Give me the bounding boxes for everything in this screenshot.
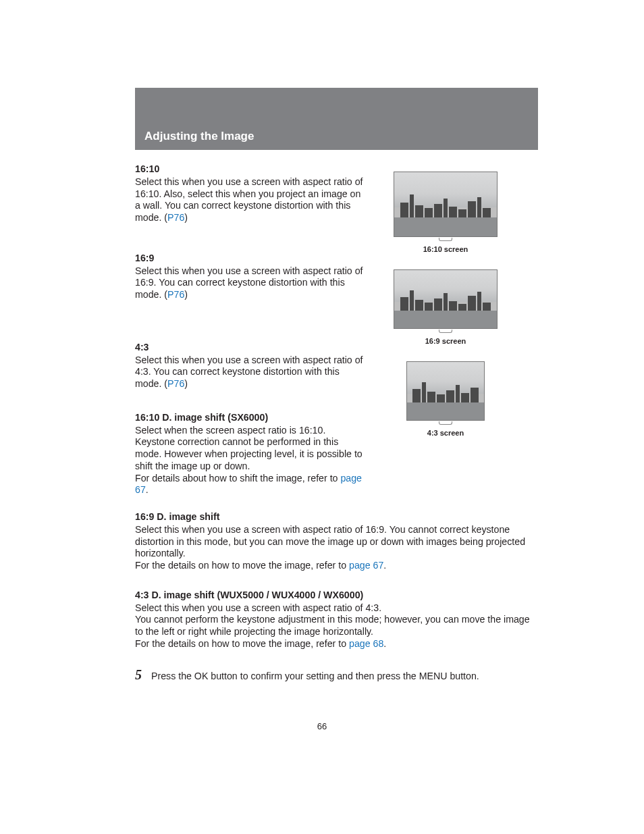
heading-16-10-dshift: 16:10 D. image shift (SX6000) <box>135 412 365 424</box>
screen-image-4-3 <box>406 361 485 421</box>
heading-4-3: 4:3 <box>135 342 365 354</box>
screen-image-16-9 <box>394 269 498 329</box>
page-content: 16:10 Select this when you use a screen … <box>135 163 538 682</box>
link-p76[interactable]: P76 <box>167 378 184 389</box>
stand-icon <box>439 421 452 425</box>
body-16-10-dshift: Select when the screen aspect ratio is 1… <box>135 425 365 497</box>
stand-icon <box>439 238 452 241</box>
manual-page: Adjusting the Image 16:10 Select this wh… <box>0 0 644 834</box>
step-text: Press the OK button to confirm your sett… <box>151 668 479 683</box>
step-5: 5 Press the OK button to confirm your se… <box>135 668 538 683</box>
body-4-3: Select this when you use a screen with a… <box>135 355 365 390</box>
figure-16-9: 16:9 screen <box>394 269 498 346</box>
body-16-10: Select this when you use a screen with a… <box>135 176 365 224</box>
link-p76[interactable]: P76 <box>167 289 184 300</box>
heading-16-9-dshift: 16:9 D. image shift <box>135 511 538 523</box>
heading-16-10: 16:10 <box>135 163 365 176</box>
section-16-10-dshift: 16:10 D. image shift (SX6000) Select whe… <box>135 412 365 496</box>
stand-icon <box>439 330 452 333</box>
heading-4-3-dshift: 4:3 D. image shift (WUX5000 / WUX4000 / … <box>135 590 538 602</box>
page-number: 66 <box>0 721 644 731</box>
screen-image-16-10 <box>394 172 498 237</box>
body-4-3-dshift: Select this when you use a screen with a… <box>135 602 538 650</box>
link-p76[interactable]: P76 <box>167 212 184 223</box>
figure-4-3: 4:3 screen <box>406 361 485 438</box>
heading-16-9: 16:9 <box>135 253 365 265</box>
section-header-band: Adjusting the Image <box>135 88 538 150</box>
figure-16-10: 16:10 screen <box>394 172 498 255</box>
link-page-67[interactable]: page 67 <box>349 560 383 571</box>
section-4-3-dshift: 4:3 D. image shift (WUX5000 / WUX4000 / … <box>135 590 538 650</box>
step-number: 5 <box>135 668 144 681</box>
link-page-68[interactable]: page 68 <box>349 638 383 649</box>
body-16-9-dshift: Select this when you use a screen with a… <box>135 524 538 572</box>
section-header: Adjusting the Image <box>144 127 254 143</box>
caption-16-9: 16:9 screen <box>425 337 466 346</box>
section-16-9-dshift: 16:9 D. image shift Select this when you… <box>135 511 538 572</box>
section-16-9: 16:9 Select this when you use a screen w… <box>135 253 365 301</box>
section-16-10: 16:10 Select this when you use a screen … <box>135 163 365 224</box>
caption-16-10: 16:10 screen <box>423 245 468 255</box>
caption-4-3: 4:3 screen <box>427 429 464 438</box>
section-4-3: 4:3 Select this when you use a screen wi… <box>135 342 365 390</box>
body-16-9: Select this when you use a screen with a… <box>135 265 365 301</box>
figures-column: 16:10 screen 16:9 screen <box>385 163 506 438</box>
